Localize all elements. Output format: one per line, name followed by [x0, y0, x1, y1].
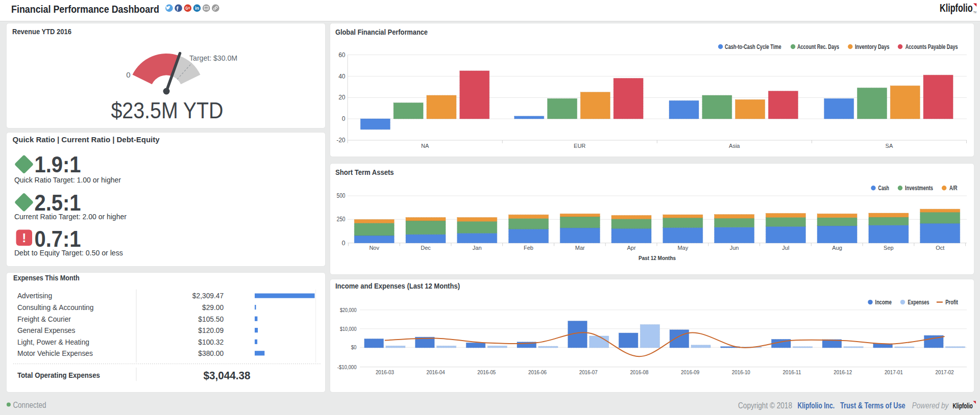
svg-text:EUR: EUR	[574, 143, 585, 149]
svg-text:Mar: Mar	[575, 245, 585, 251]
svg-text:Past 12 Months: Past 12 Months	[639, 255, 676, 261]
svg-text:Apr: Apr	[627, 245, 635, 251]
svg-text:Investments: Investments	[905, 185, 933, 192]
svg-text:NA: NA	[421, 143, 429, 149]
svg-text:$100.32: $100.32	[198, 338, 224, 346]
svg-text:TM: TM	[973, 11, 976, 14]
svg-text:$29.00: $29.00	[202, 303, 224, 312]
svg-text:$120.09: $120.09	[198, 326, 224, 335]
svg-text:2016-07: 2016-07	[579, 369, 598, 375]
svg-text:Oct: Oct	[936, 245, 944, 251]
svg-text:in: in	[195, 6, 199, 11]
svg-text:Income and Expenses (Last 12 M: Income and Expenses (Last 12 Months)	[335, 281, 460, 290]
svg-text:Jun: Jun	[730, 245, 739, 251]
svg-text:60: 60	[338, 51, 346, 59]
svg-text:Account Rec. Days: Account Rec. Days	[797, 43, 839, 50]
svg-text:A/R: A/R	[949, 185, 958, 192]
svg-text:2016-09: 2016-09	[681, 369, 699, 375]
svg-text:2016-10: 2016-10	[732, 369, 750, 375]
svg-text:$3,044.38: $3,044.38	[203, 369, 250, 382]
svg-text:Klipfolio: Klipfolio	[940, 2, 973, 14]
svg-text:0.7:1: 0.7:1	[35, 226, 81, 251]
svg-text:$10,000: $10,000	[340, 326, 357, 332]
svg-text:1.9:1: 1.9:1	[35, 152, 81, 177]
svg-text:Dec: Dec	[421, 245, 431, 251]
svg-text:Light, Power & Heating: Light, Power & Heating	[17, 338, 89, 346]
svg-text:!: !	[22, 231, 26, 245]
svg-text:2017-01: 2017-01	[885, 369, 903, 375]
svg-text:Klipfolio: Klipfolio	[952, 401, 973, 410]
svg-text:2016-12: 2016-12	[834, 369, 852, 375]
svg-text:Profit: Profit	[945, 299, 958, 306]
svg-text:Asia: Asia	[729, 143, 740, 149]
svg-text:Nov: Nov	[369, 245, 379, 251]
svg-text:Cash: Cash	[878, 185, 889, 192]
svg-text:-$10,000: -$10,000	[337, 364, 357, 370]
svg-text:-20: -20	[336, 137, 346, 144]
svg-text:Income: Income	[875, 299, 892, 306]
svg-text:500: 500	[337, 192, 346, 199]
svg-text:Short Term Assets: Short Term Assets	[335, 168, 394, 176]
svg-text:2.5:1: 2.5:1	[35, 190, 81, 215]
svg-text:Financial Performance Dashboar: Financial Performance Dashboard	[11, 3, 159, 15]
svg-text:Total Operating Expenses: Total Operating Expenses	[17, 371, 100, 379]
svg-text:2016-04: 2016-04	[427, 369, 445, 375]
svg-text:General Expenses: General Expenses	[17, 326, 75, 335]
svg-text:Quick Ratio Target: 1.00 or hi: Quick Ratio Target: 1.00 or higher	[14, 175, 121, 184]
svg-text:Copyright © 2018: Copyright © 2018	[738, 401, 792, 410]
svg-text:Debt to Equity Target: 0.50 or: Debt to Equity Target: 0.50 or less	[14, 248, 123, 257]
svg-text:2017-02: 2017-02	[936, 369, 954, 375]
svg-text:Feb: Feb	[524, 245, 533, 251]
svg-text:Jan: Jan	[473, 245, 482, 251]
svg-text:Current Ratio Target: 2.00 or: Current Ratio Target: 2.00 or higher	[14, 212, 127, 221]
svg-text:Klipfolio Inc.: Klipfolio Inc.	[798, 401, 835, 410]
svg-text:0: 0	[342, 240, 346, 247]
svg-text:20: 20	[338, 94, 346, 101]
svg-text:Freight & Courier: Freight & Courier	[17, 315, 71, 323]
svg-text:G+: G+	[185, 6, 190, 11]
svg-text:2016-11: 2016-11	[783, 369, 801, 375]
svg-text:Trust & Terms of Use: Trust & Terms of Use	[840, 401, 905, 410]
svg-text:Powered by: Powered by	[912, 401, 949, 410]
svg-text:$0: $0	[351, 344, 357, 350]
svg-text:Target: $30.0M: Target: $30.0M	[189, 54, 237, 62]
svg-text:$23.5M YTD: $23.5M YTD	[111, 97, 224, 123]
svg-text:Expenses: Expenses	[908, 299, 929, 306]
svg-text:2016-06: 2016-06	[528, 369, 547, 375]
svg-text:Cash-to-Cash Cycle Time: Cash-to-Cash Cycle Time	[725, 43, 781, 50]
svg-text:Quick Ratio | Current Ratio |: Quick Ratio | Current Ratio | Debt-Equit…	[13, 135, 160, 144]
svg-text:Revenue YTD 2016: Revenue YTD 2016	[12, 27, 71, 36]
svg-text:Connected: Connected	[13, 401, 46, 409]
svg-text:250: 250	[337, 216, 346, 223]
svg-text:0: 0	[342, 115, 346, 122]
svg-text:2016-08: 2016-08	[630, 369, 648, 375]
svg-text:Accounts Payable Days: Accounts Payable Days	[905, 43, 958, 50]
svg-text:Inventory Days: Inventory Days	[855, 43, 890, 50]
svg-text:2016-05: 2016-05	[477, 369, 496, 375]
svg-text:$2,309.47: $2,309.47	[192, 292, 224, 300]
svg-text:Global Financial Performance: Global Financial Performance	[335, 28, 428, 36]
svg-text:$380.00: $380.00	[198, 349, 224, 358]
svg-text:Expenses This Month: Expenses This Month	[13, 273, 80, 282]
svg-text:2016-03: 2016-03	[376, 369, 394, 375]
svg-text:Consulting & Accounting: Consulting & Accounting	[17, 303, 94, 312]
svg-text:Aug: Aug	[832, 245, 842, 251]
svg-text:40: 40	[338, 73, 346, 80]
svg-text:Sep: Sep	[884, 245, 894, 251]
svg-text:May: May	[677, 245, 688, 251]
svg-text:Advertising: Advertising	[17, 292, 52, 300]
svg-text:0: 0	[126, 70, 130, 79]
svg-text:Motor Vehicle Expenses: Motor Vehicle Expenses	[17, 349, 93, 358]
svg-text:SA: SA	[886, 143, 893, 149]
svg-text:$20,000: $20,000	[340, 307, 357, 313]
svg-text:Jul: Jul	[782, 245, 789, 251]
svg-text:$105.50: $105.50	[198, 315, 224, 323]
